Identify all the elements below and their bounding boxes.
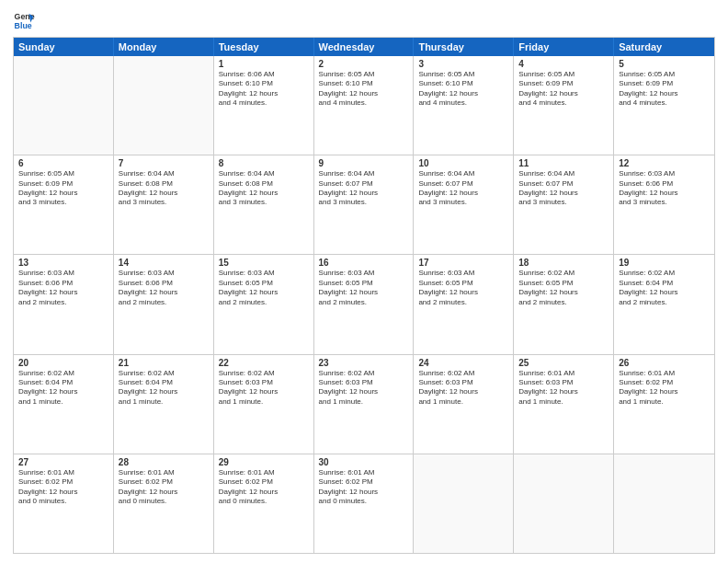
calendar-row-2: 6Sunrise: 6:05 AM Sunset: 6:09 PM Daylig… [14,155,714,255]
day-number: 14 [119,258,209,268]
cell-info: Sunrise: 6:01 AM Sunset: 6:02 PM Dayligh… [219,468,309,507]
day-number: 3 [418,59,508,69]
calendar-cell [114,56,214,155]
calendar-cell: 22Sunrise: 6:02 AM Sunset: 6:03 PM Dayli… [214,355,314,454]
day-number: 26 [619,358,710,368]
cell-info: Sunrise: 6:02 AM Sunset: 6:04 PM Dayligh… [619,269,710,307]
day-number: 28 [119,457,209,467]
day-number: 18 [518,258,609,268]
logo-icon: General Blue [13,9,35,31]
calendar-cell: 29Sunrise: 6:01 AM Sunset: 6:02 PM Dayli… [214,454,314,553]
cell-info: Sunrise: 6:01 AM Sunset: 6:02 PM Dayligh… [18,468,108,507]
day-number: 23 [319,358,409,368]
calendar-cell: 6Sunrise: 6:05 AM Sunset: 6:09 PM Daylig… [14,155,114,254]
day-number: 4 [518,59,609,69]
cell-info: Sunrise: 6:05 AM Sunset: 6:10 PM Dayligh… [319,70,409,109]
logo: General Blue [13,9,37,31]
weekday-header-friday: Friday [514,38,614,56]
day-number: 21 [119,358,209,368]
day-number: 22 [219,358,309,368]
cell-info: Sunrise: 6:03 AM Sunset: 6:06 PM Dayligh… [18,269,108,307]
day-number: 6 [18,158,108,168]
day-number: 27 [18,457,108,467]
cell-info: Sunrise: 6:03 AM Sunset: 6:05 PM Dayligh… [319,269,409,307]
day-number: 10 [418,158,508,168]
calendar-cell: 20Sunrise: 6:02 AM Sunset: 6:04 PM Dayli… [14,355,114,454]
calendar-cell [514,454,614,553]
cell-info: Sunrise: 6:04 AM Sunset: 6:08 PM Dayligh… [219,169,309,208]
day-number: 19 [619,258,710,268]
calendar-row-5: 27Sunrise: 6:01 AM Sunset: 6:02 PM Dayli… [14,454,714,553]
day-number: 11 [518,158,609,168]
calendar-cell: 21Sunrise: 6:02 AM Sunset: 6:04 PM Dayli… [114,355,214,454]
calendar-cell: 7Sunrise: 6:04 AM Sunset: 6:08 PM Daylig… [114,155,214,254]
cell-info: Sunrise: 6:03 AM Sunset: 6:05 PM Dayligh… [219,269,309,307]
day-number: 20 [18,358,108,368]
cell-info: Sunrise: 6:03 AM Sunset: 6:05 PM Dayligh… [418,269,508,307]
cell-info: Sunrise: 6:03 AM Sunset: 6:06 PM Dayligh… [119,269,209,307]
cell-info: Sunrise: 6:05 AM Sunset: 6:09 PM Dayligh… [619,70,710,109]
weekday-header-sunday: Sunday [14,38,114,56]
calendar-cell: 25Sunrise: 6:01 AM Sunset: 6:03 PM Dayli… [514,355,614,454]
calendar-cell: 3Sunrise: 6:05 AM Sunset: 6:10 PM Daylig… [414,56,514,155]
day-number: 16 [319,258,409,268]
calendar-cell: 2Sunrise: 6:05 AM Sunset: 6:10 PM Daylig… [314,56,415,155]
day-number: 15 [219,258,309,268]
cell-info: Sunrise: 6:02 AM Sunset: 6:05 PM Dayligh… [518,269,609,307]
cell-info: Sunrise: 6:02 AM Sunset: 6:03 PM Dayligh… [219,369,309,408]
calendar-cell: 11Sunrise: 6:04 AM Sunset: 6:07 PM Dayli… [514,155,614,254]
cell-info: Sunrise: 6:04 AM Sunset: 6:07 PM Dayligh… [518,169,609,208]
svg-text:Blue: Blue [15,21,32,30]
cell-info: Sunrise: 6:02 AM Sunset: 6:03 PM Dayligh… [319,369,409,408]
day-number: 24 [418,358,508,368]
calendar-cell: 4Sunrise: 6:05 AM Sunset: 6:09 PM Daylig… [514,56,614,155]
weekday-header-saturday: Saturday [614,38,714,56]
calendar-cell [14,56,114,155]
cell-info: Sunrise: 6:05 AM Sunset: 6:09 PM Dayligh… [18,169,108,208]
calendar-cell: 28Sunrise: 6:01 AM Sunset: 6:02 PM Dayli… [114,454,214,553]
calendar-cell [614,454,714,553]
day-number: 29 [219,457,309,467]
calendar-cell: 14Sunrise: 6:03 AM Sunset: 6:06 PM Dayli… [114,255,214,353]
cell-info: Sunrise: 6:04 AM Sunset: 6:07 PM Dayligh… [319,169,409,208]
calendar-cell: 1Sunrise: 6:06 AM Sunset: 6:10 PM Daylig… [214,56,314,155]
calendar-cell: 27Sunrise: 6:01 AM Sunset: 6:02 PM Dayli… [14,454,114,553]
calendar-cell: 23Sunrise: 6:02 AM Sunset: 6:03 PM Dayli… [314,355,415,454]
day-number: 9 [319,158,409,168]
calendar-cell: 24Sunrise: 6:02 AM Sunset: 6:03 PM Dayli… [414,355,514,454]
weekday-header-tuesday: Tuesday [214,38,314,56]
weekday-header-monday: Monday [114,38,214,56]
day-number: 2 [319,59,409,69]
day-number: 8 [219,158,309,168]
cell-info: Sunrise: 6:02 AM Sunset: 6:04 PM Dayligh… [119,369,209,408]
cell-info: Sunrise: 6:01 AM Sunset: 6:02 PM Dayligh… [619,369,710,408]
calendar-cell: 15Sunrise: 6:03 AM Sunset: 6:05 PM Dayli… [214,255,314,353]
page: General Blue SundayMondayTuesdayWednesda… [0,0,728,563]
cell-info: Sunrise: 6:05 AM Sunset: 6:10 PM Dayligh… [418,70,508,109]
calendar-cell: 16Sunrise: 6:03 AM Sunset: 6:05 PM Dayli… [314,255,415,353]
day-number: 25 [518,358,609,368]
calendar-cell: 30Sunrise: 6:01 AM Sunset: 6:02 PM Dayli… [314,454,415,553]
day-number: 7 [119,158,209,168]
calendar-cell: 12Sunrise: 6:03 AM Sunset: 6:06 PM Dayli… [614,155,714,254]
cell-info: Sunrise: 6:03 AM Sunset: 6:06 PM Dayligh… [619,169,710,208]
cell-info: Sunrise: 6:04 AM Sunset: 6:07 PM Dayligh… [418,169,508,208]
calendar-cell: 19Sunrise: 6:02 AM Sunset: 6:04 PM Dayli… [614,255,714,353]
cell-info: Sunrise: 6:05 AM Sunset: 6:09 PM Dayligh… [518,70,609,109]
weekday-header-wednesday: Wednesday [314,38,415,56]
header: General Blue [13,9,715,31]
calendar-row-1: 1Sunrise: 6:06 AM Sunset: 6:10 PM Daylig… [14,56,714,155]
cell-info: Sunrise: 6:02 AM Sunset: 6:03 PM Dayligh… [418,369,508,408]
calendar-header: SundayMondayTuesdayWednesdayThursdayFrid… [14,38,714,56]
cell-info: Sunrise: 6:02 AM Sunset: 6:04 PM Dayligh… [18,369,108,408]
calendar-row-4: 20Sunrise: 6:02 AM Sunset: 6:04 PM Dayli… [14,355,714,454]
calendar-cell: 9Sunrise: 6:04 AM Sunset: 6:07 PM Daylig… [314,155,415,254]
calendar-cell: 8Sunrise: 6:04 AM Sunset: 6:08 PM Daylig… [214,155,314,254]
calendar-cell: 18Sunrise: 6:02 AM Sunset: 6:05 PM Dayli… [514,255,614,353]
cell-info: Sunrise: 6:01 AM Sunset: 6:03 PM Dayligh… [518,369,609,408]
day-number: 12 [619,158,710,168]
day-number: 30 [319,457,409,467]
cell-info: Sunrise: 6:04 AM Sunset: 6:08 PM Dayligh… [119,169,209,208]
cell-info: Sunrise: 6:06 AM Sunset: 6:10 PM Dayligh… [219,70,309,109]
calendar-row-3: 13Sunrise: 6:03 AM Sunset: 6:06 PM Dayli… [14,255,714,354]
